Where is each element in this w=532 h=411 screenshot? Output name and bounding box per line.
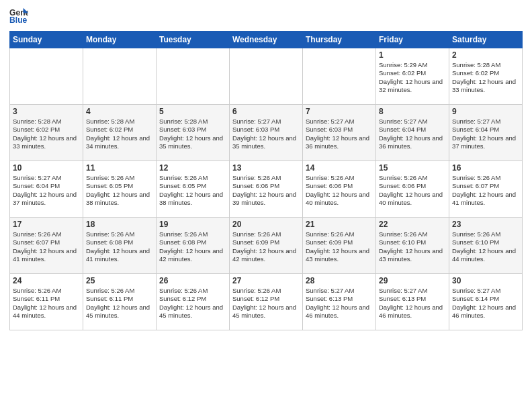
day-info-line: Sunset: 6:02 PM: [452, 69, 519, 77]
weekday-header: Thursday: [303, 32, 376, 48]
calendar-cell: 29Sunrise: 5:27 AMSunset: 6:13 PMDayligh…: [376, 274, 449, 330]
day-info-line: Sunset: 6:06 PM: [232, 182, 300, 190]
day-info-line: Daylight: 12 hours and 38 minutes.: [159, 191, 226, 208]
calendar-cell: 2Sunrise: 5:28 AMSunset: 6:02 PMDaylight…: [449, 48, 523, 105]
day-info-line: Sunset: 6:03 PM: [232, 126, 300, 134]
logo-icon: General Blue: [9, 7, 28, 26]
day-number: 18: [86, 220, 153, 229]
day-number: 2: [452, 50, 519, 60]
day-info-line: Daylight: 12 hours and 36 minutes.: [379, 134, 446, 151]
day-number: 20: [232, 220, 300, 229]
day-info-line: Daylight: 12 hours and 41 minutes.: [86, 247, 153, 264]
calendar-week-row: 1Sunrise: 5:29 AMSunset: 6:02 PMDaylight…: [10, 48, 523, 105]
day-info-line: Sunset: 6:08 PM: [159, 238, 226, 246]
day-info-line: Sunrise: 5:26 AM: [232, 174, 300, 182]
day-info-line: Sunset: 6:02 PM: [86, 126, 153, 134]
day-info-line: Sunrise: 5:27 AM: [13, 174, 80, 182]
day-info-line: Sunset: 6:07 PM: [452, 182, 519, 190]
day-info-line: Daylight: 12 hours and 39 minutes.: [232, 191, 300, 208]
day-info-line: Sunrise: 5:26 AM: [232, 287, 300, 295]
day-info-line: Daylight: 12 hours and 41 minutes.: [13, 247, 80, 264]
day-info-line: Sunset: 6:10 PM: [379, 238, 446, 246]
day-info-line: Sunrise: 5:27 AM: [452, 118, 519, 126]
weekday-header: Wednesday: [230, 32, 303, 48]
day-info-line: Sunrise: 5:26 AM: [452, 230, 519, 238]
day-number: 21: [306, 220, 373, 229]
day-info-line: Daylight: 12 hours and 41 minutes.: [452, 191, 519, 208]
day-info-line: Sunset: 6:04 PM: [13, 182, 80, 190]
calendar-cell: 15Sunrise: 5:26 AMSunset: 6:06 PMDayligh…: [376, 161, 449, 218]
day-info-line: Daylight: 12 hours and 35 minutes.: [232, 134, 300, 151]
calendar-cell: 22Sunrise: 5:26 AMSunset: 6:10 PMDayligh…: [376, 218, 449, 274]
day-number: 3: [13, 107, 80, 116]
day-info-line: Sunset: 6:08 PM: [86, 238, 153, 246]
calendar-cell: 21Sunrise: 5:26 AMSunset: 6:09 PMDayligh…: [303, 218, 376, 274]
day-info-line: Sunset: 6:02 PM: [379, 69, 446, 77]
header: General Blue: [9, 7, 523, 26]
day-number: 16: [452, 163, 519, 173]
day-number: 29: [379, 276, 446, 285]
day-info-line: Daylight: 12 hours and 37 minutes.: [452, 134, 519, 151]
calendar-week-row: 3Sunrise: 5:28 AMSunset: 6:02 PMDaylight…: [10, 105, 523, 161]
day-info-line: Sunrise: 5:26 AM: [306, 230, 373, 238]
calendar-cell: 10Sunrise: 5:27 AMSunset: 6:04 PMDayligh…: [10, 161, 83, 218]
day-info-line: Daylight: 12 hours and 45 minutes.: [159, 304, 226, 320]
weekday-header: Tuesday: [157, 32, 230, 48]
day-number: 17: [13, 220, 80, 229]
day-info-line: Daylight: 12 hours and 40 minutes.: [306, 191, 373, 208]
day-info-line: Daylight: 12 hours and 42 minutes.: [232, 247, 300, 264]
day-number: 11: [86, 163, 153, 173]
day-info-line: Sunset: 6:03 PM: [306, 126, 373, 134]
calendar-cell: 25Sunrise: 5:26 AMSunset: 6:11 PMDayligh…: [83, 274, 157, 330]
day-number: 19: [159, 220, 226, 229]
day-number: 10: [13, 163, 80, 173]
calendar-cell: [157, 48, 230, 105]
day-info-line: Daylight: 12 hours and 46 minutes.: [306, 304, 373, 320]
calendar-cell: 23Sunrise: 5:26 AMSunset: 6:10 PMDayligh…: [449, 218, 523, 274]
calendar-cell: 7Sunrise: 5:27 AMSunset: 6:03 PMDaylight…: [303, 105, 376, 161]
day-info-line: Sunrise: 5:28 AM: [86, 118, 153, 126]
calendar-week-row: 17Sunrise: 5:26 AMSunset: 6:07 PMDayligh…: [10, 218, 523, 274]
day-number: 26: [159, 276, 226, 285]
day-number: 23: [452, 220, 519, 229]
day-info-line: Daylight: 12 hours and 45 minutes.: [232, 304, 300, 320]
svg-text:Blue: Blue: [9, 15, 28, 25]
day-info-line: Sunset: 6:04 PM: [379, 126, 446, 134]
day-info-line: Sunset: 6:06 PM: [306, 182, 373, 190]
calendar-cell: 19Sunrise: 5:26 AMSunset: 6:08 PMDayligh…: [157, 218, 230, 274]
day-info-line: Daylight: 12 hours and 33 minutes.: [13, 134, 80, 151]
day-info-line: Sunrise: 5:26 AM: [306, 174, 373, 182]
day-info-line: Sunset: 6:05 PM: [86, 182, 153, 190]
day-info-line: Sunrise: 5:27 AM: [306, 287, 373, 295]
day-info-line: Daylight: 12 hours and 46 minutes.: [452, 304, 519, 320]
calendar-table: SundayMondayTuesdayWednesdayThursdayFrid…: [9, 31, 523, 330]
calendar-cell: 26Sunrise: 5:26 AMSunset: 6:12 PMDayligh…: [157, 274, 230, 330]
day-info-line: Sunrise: 5:26 AM: [86, 230, 153, 238]
calendar-cell: 3Sunrise: 5:28 AMSunset: 6:02 PMDaylight…: [10, 105, 83, 161]
day-info-line: Daylight: 12 hours and 33 minutes.: [452, 78, 519, 95]
day-info-line: Sunset: 6:05 PM: [159, 182, 226, 190]
calendar-cell: 18Sunrise: 5:26 AMSunset: 6:08 PMDayligh…: [83, 218, 157, 274]
calendar-cell: [83, 48, 157, 105]
logo: General Blue: [9, 7, 28, 26]
day-number: 7: [306, 107, 373, 116]
day-number: 30: [452, 276, 519, 285]
day-info-line: Sunrise: 5:26 AM: [13, 287, 80, 295]
calendar-cell: 4Sunrise: 5:28 AMSunset: 6:02 PMDaylight…: [83, 105, 157, 161]
day-info-line: Sunrise: 5:27 AM: [379, 287, 446, 295]
day-info-line: Sunset: 6:12 PM: [159, 295, 226, 303]
day-info-line: Sunset: 6:02 PM: [13, 126, 80, 134]
calendar-week-row: 10Sunrise: 5:27 AMSunset: 6:04 PMDayligh…: [10, 161, 523, 218]
calendar-cell: 28Sunrise: 5:27 AMSunset: 6:13 PMDayligh…: [303, 274, 376, 330]
day-info-line: Daylight: 12 hours and 40 minutes.: [379, 191, 446, 208]
day-info-line: Sunset: 6:06 PM: [379, 182, 446, 190]
day-info-line: Sunrise: 5:26 AM: [452, 174, 519, 182]
day-info-line: Daylight: 12 hours and 35 minutes.: [159, 134, 226, 151]
day-info-line: Sunrise: 5:26 AM: [13, 230, 80, 238]
calendar-cell: 9Sunrise: 5:27 AMSunset: 6:04 PMDaylight…: [449, 105, 523, 161]
calendar-cell: 5Sunrise: 5:28 AMSunset: 6:03 PMDaylight…: [157, 105, 230, 161]
day-info-line: Sunset: 6:11 PM: [86, 295, 153, 303]
day-info-line: Daylight: 12 hours and 34 minutes.: [86, 134, 153, 151]
calendar-cell: 30Sunrise: 5:27 AMSunset: 6:14 PMDayligh…: [449, 274, 523, 330]
day-info-line: Sunrise: 5:27 AM: [452, 287, 519, 295]
